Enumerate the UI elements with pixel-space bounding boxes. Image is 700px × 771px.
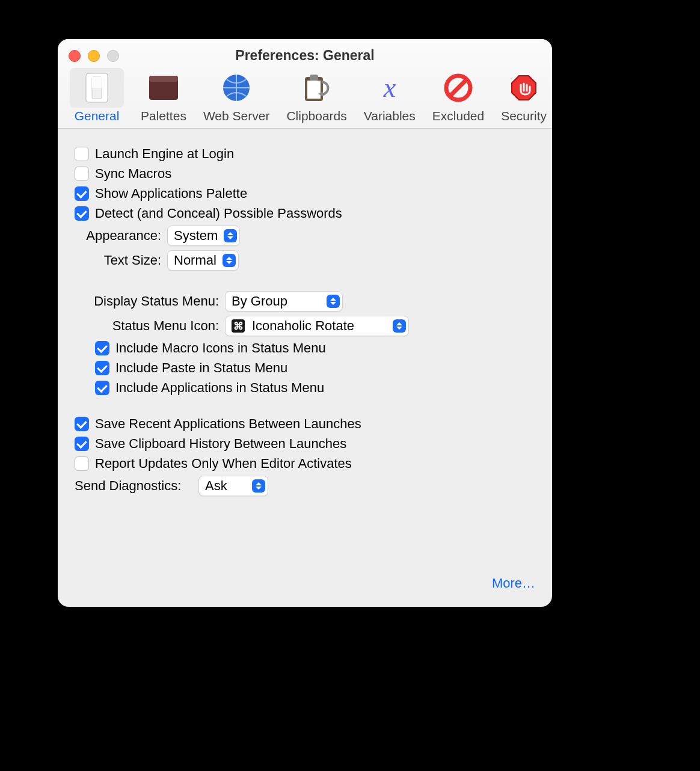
send-diagnostics-value: Ask <box>205 478 227 494</box>
svg-rect-8 <box>310 75 318 81</box>
chevron-updown-icon <box>223 254 236 267</box>
save-recent-apps-label: Save Recent Applications Between Launche… <box>95 416 361 432</box>
chevron-updown-icon <box>252 479 265 493</box>
tab-label: Variables <box>364 109 416 123</box>
include-apps-checkbox[interactable] <box>95 381 109 395</box>
status-icon-select[interactable]: ⌘ Iconaholic Rotate <box>225 316 409 336</box>
tab-label: General <box>70 109 124 123</box>
status-icon-label: Status Menu Icon: <box>75 318 219 334</box>
report-updates-label: Report Updates Only When Editor Activate… <box>95 456 352 472</box>
status-icon-value: Iconaholic Rotate <box>252 318 354 334</box>
clipboard-icon <box>286 68 346 108</box>
tab-security[interactable]: Security <box>493 68 552 128</box>
more-button[interactable]: More… <box>492 576 535 591</box>
general-panel: Launch Engine at Login Sync Macros Show … <box>58 129 552 512</box>
sync-macros-checkbox[interactable] <box>75 167 89 181</box>
tab-general[interactable]: General <box>61 68 132 128</box>
tab-variables[interactable]: x Variables <box>355 68 424 128</box>
tab-label: Palettes <box>141 109 186 123</box>
launch-engine-label: Launch Engine at Login <box>95 146 234 162</box>
no-entry-icon <box>432 68 484 108</box>
display-status-select[interactable]: By Group <box>225 291 343 312</box>
send-diagnostics-label: Send Diagnostics: <box>75 478 192 494</box>
svg-rect-7 <box>307 81 321 99</box>
toolbar-tabs: General Palettes Web Server <box>61 68 548 128</box>
palette-icon <box>141 68 186 108</box>
text-size-select[interactable]: Normal <box>167 250 239 271</box>
save-clipboard-checkbox[interactable] <box>75 437 89 451</box>
tab-label: Clipboards <box>286 109 346 123</box>
preferences-window: Preferences: General General Palettes <box>58 39 552 607</box>
text-size-value: Normal <box>174 253 216 268</box>
tab-web-server[interactable]: Web Server <box>195 68 278 128</box>
svg-text:x: x <box>383 73 396 103</box>
save-recent-apps-checkbox[interactable] <box>75 417 89 431</box>
globe-icon <box>203 68 270 108</box>
save-clipboard-label: Save Clipboard History Between Launches <box>95 436 346 452</box>
include-paste-label: Include Paste in Status Menu <box>115 360 287 376</box>
appearance-value: System <box>174 228 218 244</box>
svg-rect-2 <box>92 77 102 88</box>
appearance-select[interactable]: System <box>167 226 240 246</box>
chevron-updown-icon <box>224 229 237 242</box>
display-status-label: Display Status Menu: <box>75 293 219 309</box>
light-switch-icon <box>70 68 124 108</box>
include-paste-checkbox[interactable] <box>95 361 109 375</box>
window-title: Preferences: General <box>58 48 552 64</box>
include-apps-label: Include Applications in Status Menu <box>115 380 324 396</box>
tab-label: Excluded <box>432 109 484 123</box>
show-app-palette-checkbox[interactable] <box>75 186 89 201</box>
tab-palettes[interactable]: Palettes <box>132 68 195 128</box>
include-macro-icons-label: Include Macro Icons in Status Menu <box>115 340 326 356</box>
detect-passwords-label: Detect (and Conceal) Possible Passwords <box>95 206 342 221</box>
include-macro-icons-checkbox[interactable] <box>95 341 109 355</box>
launch-engine-checkbox[interactable] <box>75 147 89 161</box>
send-diagnostics-select[interactable]: Ask <box>198 476 268 496</box>
report-updates-checkbox[interactable] <box>75 456 89 471</box>
tab-excluded[interactable]: Excluded <box>424 68 493 128</box>
tab-clipboards[interactable]: Clipboards <box>278 68 355 128</box>
tab-label: Security <box>501 109 547 123</box>
appearance-label: Appearance: <box>75 228 161 244</box>
display-status-value: By Group <box>232 293 287 309</box>
chevron-updown-icon <box>393 319 406 333</box>
variable-x-icon: x <box>364 68 416 108</box>
titlebar: Preferences: General General Palettes <box>58 39 552 129</box>
text-size-label: Text Size: <box>75 253 161 268</box>
chevron-updown-icon <box>327 295 340 308</box>
detect-passwords-checkbox[interactable] <box>75 206 89 221</box>
svg-line-12 <box>450 80 466 96</box>
stop-hand-icon <box>501 68 547 108</box>
command-key-icon: ⌘ <box>232 319 245 333</box>
show-app-palette-label: Show Applications Palette <box>95 186 247 201</box>
svg-rect-4 <box>149 76 178 82</box>
sync-macros-label: Sync Macros <box>95 166 171 182</box>
tab-label: Web Server <box>203 109 270 123</box>
